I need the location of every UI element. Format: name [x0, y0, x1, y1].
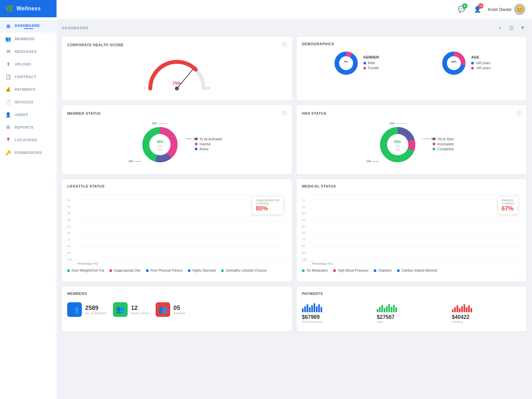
gauge-value: 75%: [173, 81, 181, 86]
sidebar-item-locations[interactable]: 📍 LOCATIONS: [0, 134, 57, 146]
app-logo: 🌿 Wellness: [0, 0, 57, 17]
age-under40: ≥40 years: [471, 61, 490, 65]
medical-chart: 100 90 80 70 60 50 40 30 20 10: [302, 192, 521, 276]
add-button[interactable]: +: [496, 24, 504, 32]
paid-payment-bars: [377, 302, 446, 312]
member-status-content: 46% 39% 15% 150 460: [67, 120, 287, 169]
gender-group: 8% GENDER Male Female: [333, 50, 379, 76]
svg-point-12: [149, 134, 171, 155]
sidebar-item-label: CONTRACT: [15, 75, 37, 79]
svg-text:15%: 15%: [395, 145, 400, 148]
svg-text:8%: 8%: [344, 60, 348, 63]
user-profile[interactable]: Krish Daniel 😊: [488, 4, 525, 15]
chat-button[interactable]: 💬 9: [456, 4, 467, 15]
username: Krish Daniel: [488, 7, 511, 12]
tooltip-label: Inappropriate Diet: [256, 199, 280, 202]
paid-payments: $27567 Paid: [377, 302, 446, 324]
gauge-labels: 0 100: [144, 86, 210, 90]
total-payment-label: Total Payments: [302, 320, 371, 324]
sidebar-item-label: LOCATIONS: [15, 138, 37, 142]
total-members-label: No. of Members: [85, 312, 106, 315]
hra-status-card: HRA Status ⓘ 65%: [297, 105, 527, 174]
hra-callout-150: 150: [366, 160, 379, 163]
sidebar-item-permissions[interactable]: 🔑 PERMISSIONS: [0, 146, 57, 159]
age-legend: AGE ≥40 years +40 years: [471, 55, 490, 71]
new-members-stat: 👥 12 Newly Joined: [113, 302, 149, 317]
y-labels: 100 90 80 70 60 50 40 30 20 10: [67, 195, 72, 261]
sidebar-item-users[interactable]: 👤 USERS: [0, 108, 57, 121]
new-members-icon: 👥: [113, 302, 128, 317]
percentage-label: Percentage (%): [67, 262, 287, 265]
contract-icon: 📋: [5, 74, 11, 80]
member-status-title: Member Status ⓘ: [67, 110, 287, 116]
age-donut: 28%: [441, 50, 467, 76]
payments-title: Payments: [302, 292, 521, 296]
messages-icon: ✉: [5, 49, 11, 55]
callout-150: 150: [152, 122, 168, 125]
page-header: Dashboard + ☰ ▼: [62, 24, 527, 32]
svg-point-3: [337, 54, 355, 72]
pending-payments: $40422 Pending: [452, 302, 521, 324]
paid-label: Paid: [377, 320, 446, 324]
lifestyle-legend: Over Weight/Over Fat Inappropriate Diet …: [67, 269, 287, 274]
sidebar-item-upload[interactable]: ⬆ UPLOAD: [0, 58, 57, 70]
lifestyle-chart-area: 100 90 80 70 60 50 40 30 20 10: [67, 195, 287, 265]
info-icon[interactable]: ⓘ: [282, 110, 287, 116]
svg-point-2: [193, 66, 196, 69]
members-card: Members 👥 2589 No. of Members 👥: [62, 286, 292, 332]
logo-icon: 🌿: [5, 5, 14, 13]
info-icon[interactable]: ⓘ: [282, 42, 287, 48]
relieved-icon: 👥: [156, 302, 170, 317]
medical-chart-area: 100 90 80 70 60 50 40 30 20 10: [302, 195, 521, 265]
notifications-button[interactable]: 👤 72: [472, 4, 483, 15]
app-name: Wellness: [17, 6, 41, 12]
svg-text:20%: 20%: [395, 149, 400, 151]
users-icon: 👤: [5, 112, 11, 118]
member-status-card: Member Status ⓘ 46%: [62, 105, 292, 174]
medical-legend: On Medication High Blood Pressure Diabet…: [302, 269, 521, 274]
lifestyle-status-card: Lifestyle Status 100 90 80 70: [62, 179, 292, 282]
svg-text:28%: 28%: [451, 60, 457, 63]
sidebar-item-dashboard[interactable]: ⊞ DASHBOARD: [0, 20, 57, 33]
tooltip-date: 17APR19: [256, 202, 280, 205]
sidebar-item-messages[interactable]: ✉ MESSAGES: [0, 45, 57, 58]
tooltip-value: 67%: [501, 205, 514, 212]
content-area: Dashboard + ☰ ▼ Corporate Health Score ⓘ: [57, 19, 532, 399]
medical-bars: 100 90 80 70 60 50 40 30 20 10: [302, 195, 521, 261]
sidebar-item-contract[interactable]: 📋 CONTRACT: [0, 70, 57, 83]
invoices-icon: 📄: [5, 99, 11, 105]
sidebar-item-reports[interactable]: ⚙ REPORTS: [0, 121, 57, 134]
percentage-label: Percentage (%): [302, 262, 521, 265]
new-members-label: Newly Joined: [131, 312, 149, 315]
page-title: Dashboard: [62, 26, 89, 30]
svg-text:46%: 46%: [157, 140, 163, 144]
sidebar-item-payments[interactable]: 💰 PAYMENTS: [0, 83, 57, 96]
medical-status-card: Medical Status 100 90 80 70 60: [297, 179, 527, 282]
gender-legend: GENDER Male Female: [363, 55, 379, 71]
member-status-donut: 46% 39% 15%: [138, 123, 182, 166]
sidebar-item-label: PERMISSIONS: [15, 151, 42, 155]
tooltip-value: 80%: [256, 205, 268, 212]
chat-badge: 9: [462, 3, 467, 9]
lifestyle-bars: 100 90 80 70 60 50 40 30 20 10: [67, 195, 287, 261]
relieved-label: Relieved: [174, 312, 185, 315]
filter-button[interactable]: ▼: [519, 24, 527, 32]
header: 💬 9 👤 72 Krish Daniel 😊: [57, 0, 532, 19]
demographics-title: Demographics: [302, 42, 521, 46]
sidebar-item-label: INVOICES: [15, 100, 34, 104]
medical-title: Medical Status: [302, 184, 521, 188]
sidebar-item-members[interactable]: 👥 MEMBERS: [0, 33, 57, 45]
info-icon[interactable]: ⓘ: [517, 110, 522, 116]
callout-460: 460: [185, 137, 198, 140]
health-score-title: Corporate Health Score ⓘ: [67, 42, 287, 48]
sidebar-item-invoices[interactable]: 📄 INVOICES: [0, 96, 57, 108]
grid-button[interactable]: ☰: [507, 24, 515, 32]
y-labels: 100 90 80 70 60 50 40 30 20 10: [302, 195, 307, 261]
hra-status-content: 65% 15% 20% 200 650 150: [302, 120, 521, 169]
payments-stats: $67989 Total Payments: [302, 300, 521, 326]
gender-male: Male: [363, 61, 379, 65]
svg-text:15%: 15%: [158, 149, 162, 151]
lifestyle-title: Lifestyle Status: [67, 184, 287, 188]
member-donut-area: 46% 39% 15% 150 460: [132, 123, 188, 166]
pending-payment-bars: [452, 302, 521, 312]
